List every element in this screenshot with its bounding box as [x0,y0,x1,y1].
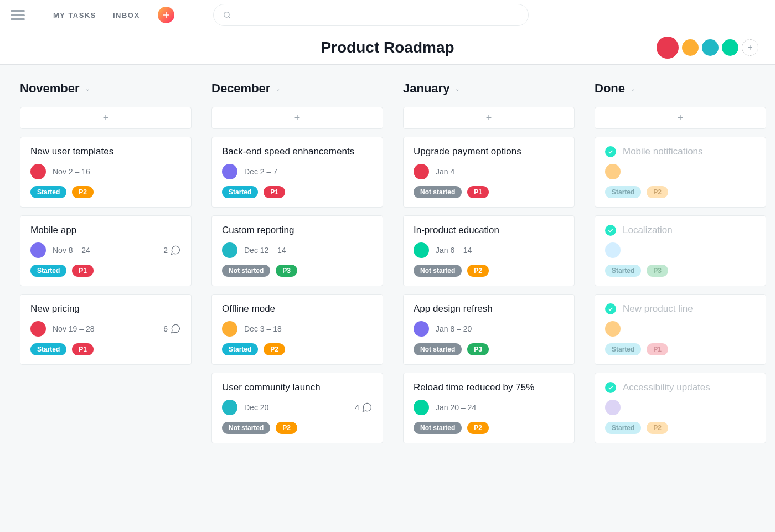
assignee-avatar[interactable] [605,164,621,179]
task-card[interactable]: Back-end speed enhancementsDec 2 – 7Star… [211,137,383,208]
column-header[interactable]: December⌄ [211,81,383,96]
add-card-button[interactable]: + [595,107,766,129]
my-tasks-link[interactable]: MY TASKS [53,11,96,19]
task-card[interactable]: Accessibility updatesStartedP2 [595,373,766,443]
column-header[interactable]: November⌄ [20,81,192,96]
card-tags: Not startedP2 [414,422,564,434]
global-add-button[interactable] [158,7,174,23]
card-date: Jan 6 – 14 [436,246,472,255]
assignee-avatar[interactable] [414,164,429,179]
assignee-avatar[interactable] [414,321,429,337]
status-tag: Not started [414,422,462,434]
member-avatar[interactable] [657,37,679,59]
top-links: MY TASKS INBOX [53,11,140,19]
status-tag: Not started [414,343,462,355]
assignee-avatar[interactable] [30,242,46,258]
card-tags: StartedP1 [605,343,756,355]
task-card[interactable]: Mobile appNov 8 – 242StartedP1 [20,215,192,286]
task-card[interactable]: Upgrade payment optionsJan 4Not startedP… [403,137,575,208]
priority-tag: P3 [276,265,297,277]
card-tags: StartedP2 [30,186,181,198]
card-date: Dec 20 [244,403,268,412]
task-card[interactable]: Offline modeDec 3 – 18StartedP2 [211,294,383,365]
comments-indicator[interactable]: 2 [163,245,181,256]
card-title: Reload time reduced by 75% [414,382,564,393]
card-meta: Nov 19 – 286 [30,321,181,337]
check-icon [605,146,616,157]
assignee-avatar[interactable] [605,400,621,415]
search-bar[interactable] [213,4,529,26]
member-avatar[interactable] [722,39,738,56]
card-title: User community launch [222,382,373,393]
member-avatar[interactable] [702,39,719,56]
card-title: Mobile app [30,225,181,236]
priority-tag: P1 [467,186,489,198]
column-header[interactable]: January⌄ [403,81,575,96]
task-card[interactable]: LocalizationStartedP3 [595,215,766,286]
search-input[interactable] [237,10,519,20]
chevron-down-icon: ⌄ [85,86,90,92]
card-date: Dec 3 – 18 [244,324,282,333]
assignee-avatar[interactable] [30,321,46,337]
hamburger-wrap [0,0,35,30]
assignee-avatar[interactable] [222,400,237,415]
card-tags: StartedP1 [222,186,373,198]
card-meta: Dec 12 – 14 [222,242,373,258]
card-title: Back-end speed enhancements [222,146,373,157]
task-card[interactable]: Custom reportingDec 12 – 14Not startedP3 [211,215,383,286]
inbox-link[interactable]: INBOX [113,11,140,19]
comments-indicator[interactable]: 6 [163,323,181,334]
assignee-avatar[interactable] [605,242,621,258]
svg-point-0 [224,12,229,17]
task-card[interactable]: New pricingNov 19 – 286StartedP1 [20,294,192,365]
card-date: Nov 8 – 24 [53,246,90,255]
assignee-avatar[interactable] [414,400,429,415]
svg-line-1 [229,17,230,18]
status-tag: Started [605,265,641,277]
priority-tag: P1 [647,343,668,355]
card-meta: Nov 8 – 242 [30,242,181,258]
add-card-button[interactable]: + [20,107,192,129]
card-meta: Jan 8 – 20 [414,321,564,337]
card-title: Custom reporting [222,225,373,236]
card-date: Nov 19 – 28 [53,324,95,333]
card-meta: Jan 4 [414,164,564,179]
task-card[interactable]: User community launchDec 204Not startedP… [211,373,383,443]
card-date: Dec 12 – 14 [244,246,286,255]
card-tags: StartedP2 [605,186,756,198]
column-title: January [403,81,450,96]
column: November⌄+New user templatesNov 2 – 16St… [20,81,192,532]
card-meta [605,321,756,337]
task-card[interactable]: New product lineStartedP1 [595,294,766,365]
card-date: Jan 20 – 24 [436,403,476,412]
assignee-avatar[interactable] [222,164,237,179]
member-avatar[interactable] [682,39,699,56]
add-card-button[interactable]: + [403,107,575,129]
priority-tag: P2 [467,265,489,277]
task-card[interactable]: New user templatesNov 2 – 16StartedP2 [20,137,192,208]
card-tags: Not startedP2 [222,422,373,434]
add-card-button[interactable]: + [211,107,383,129]
task-card[interactable]: App design refreshJan 8 – 20Not startedP… [403,294,575,365]
comment-icon [170,323,181,334]
assignee-avatar[interactable] [605,321,621,337]
status-tag: Started [605,343,641,355]
card-meta [605,400,756,415]
comment-icon [170,245,181,256]
task-card[interactable]: In-product educationJan 6 – 14Not starte… [403,215,575,286]
assignee-avatar[interactable] [222,321,237,337]
card-meta [605,242,756,258]
card-meta: Dec 2 – 7 [222,164,373,179]
comments-indicator[interactable]: 4 [355,402,373,413]
task-card[interactable]: Mobile notificationsStartedP2 [595,137,766,208]
card-meta [605,164,756,179]
assignee-avatar[interactable] [222,242,237,258]
add-member-button[interactable]: + [742,39,758,56]
card-tags: StartedP1 [30,265,181,277]
task-card[interactable]: Reload time reduced by 75%Jan 20 – 24Not… [403,373,575,443]
plus-icon [162,11,170,19]
column-header[interactable]: Done⌄ [595,81,766,96]
assignee-avatar[interactable] [30,164,46,179]
assignee-avatar[interactable] [414,242,429,258]
menu-icon[interactable] [11,10,25,20]
